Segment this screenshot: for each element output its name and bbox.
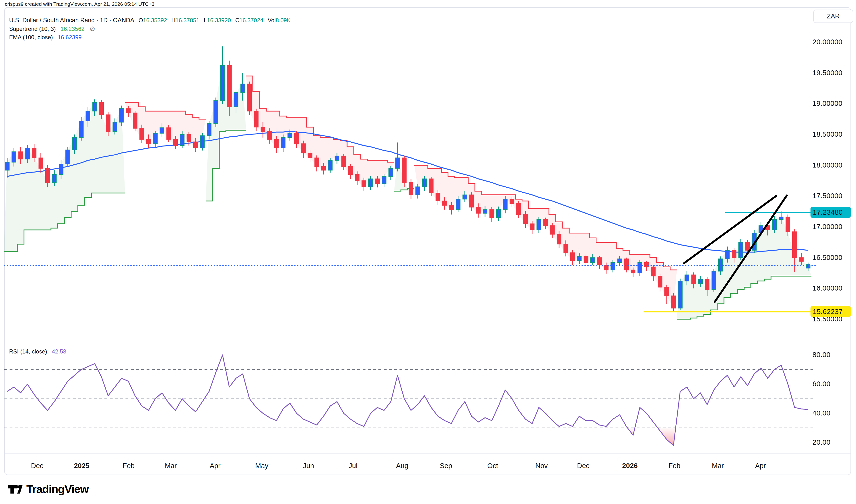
- tradingview-logo[interactable]: TradingView: [7, 483, 89, 496]
- supertrend-band-up: [677, 217, 811, 319]
- symbol-title: U.S. Dollar / South African Rand · 1D · …: [9, 17, 134, 24]
- tradingview-wordmark: TradingView: [27, 483, 89, 496]
- legend-supertrend-row: Supertrend (10, 3) 16.23562 ∅: [9, 25, 291, 34]
- supertrend-band-up: [206, 66, 246, 201]
- ohlc-low: L16.33920: [204, 17, 231, 24]
- last-close-marker: [807, 264, 809, 267]
- legend-symbol-row: U.S. Dollar / South African Rand · 1D · …: [9, 17, 291, 25]
- supertrend-band-down: [414, 165, 677, 308]
- ema-line: [7, 131, 808, 252]
- candles: [5, 47, 810, 312]
- supertrend-value: 16.23562: [60, 25, 85, 32]
- supertrend-label: Supertrend (10, 3): [9, 25, 56, 32]
- volume-value: Vol8.09K: [268, 17, 291, 24]
- rsi-legend-row: RSI (14, close) 42.58: [9, 348, 66, 357]
- ema-label: EMA (100, close): [9, 34, 53, 41]
- ema-value: 16.62399: [58, 34, 82, 41]
- hide-indicator-icon[interactable]: ∅: [90, 25, 95, 32]
- legend-ema-row: EMA (100, close) 16.62399: [9, 34, 291, 42]
- tradingview-logo-icon: [7, 483, 23, 495]
- rsi-line: [7, 355, 808, 445]
- rsi-value: 42.58: [52, 348, 66, 355]
- rsi-label: RSI (14, close): [9, 348, 47, 355]
- chart-canvas: [0, 0, 856, 504]
- currency-axis-button[interactable]: ZAR: [814, 10, 853, 23]
- ohlc-close: C16.37024: [235, 17, 263, 24]
- chart-legend: U.S. Dollar / South African Rand · 1D · …: [9, 17, 291, 42]
- rsi-oversold-fill: [658, 428, 676, 445]
- ohlc-high: H16.37851: [171, 17, 199, 24]
- ohlc-open: O16.35392: [138, 17, 167, 24]
